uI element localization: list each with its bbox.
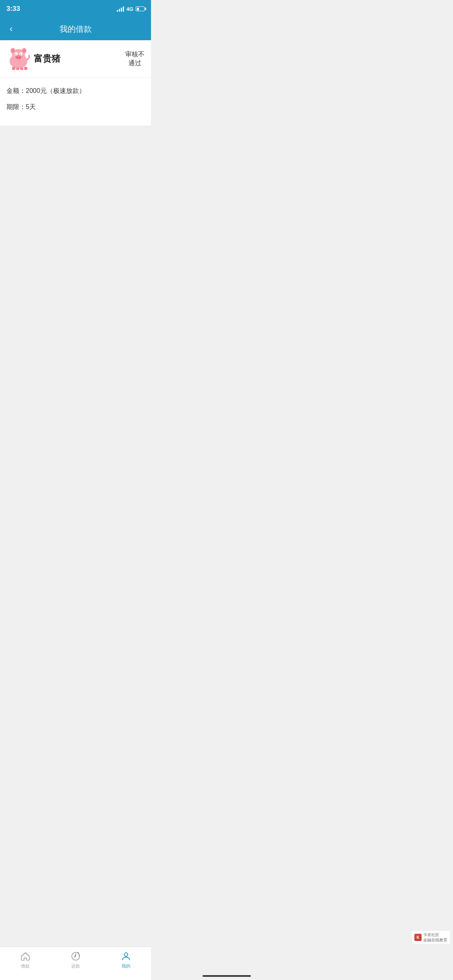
loan-brand: $ $ 富贵猪 (6, 47, 60, 71)
status-icons: 4G (117, 6, 145, 12)
loan-amount: 金额：2000元（极速放款） (6, 86, 145, 96)
loan-details: 金额：2000元（极速放款） 期限：5天 (0, 78, 151, 126)
svg-point-8 (19, 57, 21, 58)
loan-status: 审核不 通过 (125, 50, 145, 68)
battery-icon (136, 6, 145, 11)
svg-point-5 (23, 49, 26, 53)
back-button[interactable]: ‹ (6, 21, 16, 37)
status-bar: 3:33 4G (0, 0, 151, 18)
brand-name: 富贵猪 (34, 53, 60, 65)
svg-rect-14 (16, 68, 19, 70)
loan-duration: 期限：5天 (6, 102, 145, 112)
nav-bar: ‹ 我的借款 (0, 18, 151, 40)
svg-rect-13 (12, 67, 15, 70)
status-time: 3:33 (6, 5, 20, 13)
svg-rect-16 (24, 67, 27, 70)
loan-card: $ $ 富贵猪 审核不 通过 (0, 40, 151, 78)
svg-rect-15 (20, 68, 23, 70)
pig-icon: $ $ (6, 47, 31, 71)
page-title: 我的借款 (60, 24, 92, 35)
svg-point-4 (11, 49, 14, 53)
content-area: $ $ 富贵猪 审核不 通过 金额：2000元（极速放款） 期限：5天 (0, 40, 151, 126)
network-label: 4G (126, 6, 133, 12)
signal-icon (117, 6, 124, 12)
gray-area (0, 126, 151, 347)
svg-point-7 (17, 57, 18, 58)
